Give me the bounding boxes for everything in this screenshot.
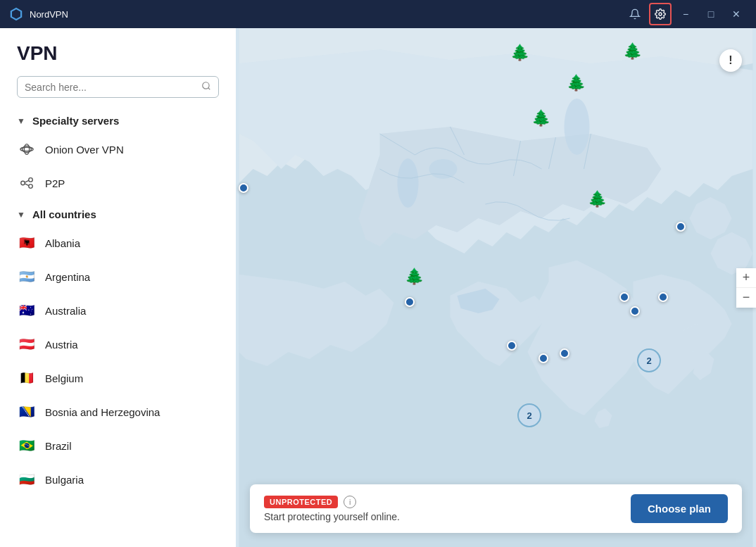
argentina-flag-icon: 🇦🇷	[17, 267, 37, 287]
bulgaria-flag-icon: 🇧🇬	[17, 470, 37, 489]
map-pin-4[interactable]	[538, 353, 548, 363]
map-pin-1[interactable]	[239, 183, 248, 193]
map-cluster-1[interactable]: 2	[637, 348, 661, 372]
brazil-label: Brazil	[45, 440, 72, 452]
svg-point-1	[203, 82, 209, 89]
list-item-albania[interactable]: 🇦🇱 Albania	[0, 226, 236, 260]
list-item-p2p[interactable]: P2P	[0, 166, 236, 200]
titlebar: NordVPN − □ ✕	[0, 0, 756, 28]
zoom-out-button[interactable]: −	[736, 288, 756, 308]
p2p-label: P2P	[45, 177, 65, 189]
zoom-in-button[interactable]: +	[736, 268, 756, 288]
sidebar-title: VPN	[17, 42, 219, 65]
map-pin-8[interactable]	[658, 292, 668, 302]
map-svg	[236, 28, 756, 547]
svg-line-10	[25, 184, 29, 186]
all-countries-label: All countries	[32, 208, 96, 220]
albania-label: Albania	[45, 237, 80, 249]
tree-6-icon: 🌲	[405, 268, 424, 286]
titlebar-left: NordVPN	[8, 6, 68, 22]
svg-line-9	[25, 180, 29, 182]
status-text: Start protecting yourself online.	[264, 511, 400, 522]
status-info-icon[interactable]: i	[344, 496, 356, 508]
bosnia-label: Bosnia and Herzegovina	[45, 406, 160, 418]
map-cluster-2[interactable]: 2	[517, 403, 541, 427]
search-icon	[201, 81, 211, 93]
map-pin-9[interactable]	[676, 222, 686, 232]
belgium-flag-icon: 🇧🇪	[17, 368, 37, 388]
svg-point-8	[29, 184, 33, 189]
nordvpn-logo-icon	[8, 6, 24, 22]
map-pin-7[interactable]	[630, 306, 640, 316]
tree-4-icon: 🌲	[531, 109, 550, 127]
list-item-belgium[interactable]: 🇧🇪 Belgium	[0, 361, 236, 395]
countries-chevron-icon: ▼	[17, 210, 25, 220]
notification-button[interactable]	[624, 3, 646, 25]
status-left: UNPROTECTED i Start protecting yourself …	[264, 496, 400, 522]
main-layout: VPN ▼ Specialty servers	[0, 28, 756, 547]
specialty-servers-label: Specialty servers	[32, 115, 119, 127]
sidebar-list: ▼ Specialty servers Onion Over VPN	[0, 106, 236, 547]
list-item-bosnia[interactable]: 🇧🇦 Bosnia and Herzegovina	[0, 395, 236, 429]
svg-point-7	[29, 178, 33, 182]
onion-icon	[17, 139, 37, 159]
settings-button[interactable]	[649, 3, 672, 25]
specialty-servers-section[interactable]: ▼ Specialty servers	[0, 106, 236, 132]
maximize-button[interactable]: □	[700, 3, 722, 25]
list-item-argentina[interactable]: 🇦🇷 Argentina	[0, 260, 236, 294]
minimize-button[interactable]: −	[674, 3, 697, 25]
austria-label: Austria	[45, 339, 78, 351]
svg-point-12	[565, 99, 590, 155]
map-area[interactable]: 🌲 🌲 🌲 🌲 🌲 🌲 2 2 ! UNPROTECTED	[236, 28, 756, 547]
list-item-brazil[interactable]: 🇧🇷 Brazil	[0, 429, 236, 463]
info-button[interactable]: !	[719, 49, 742, 72]
list-item-austria[interactable]: 🇦🇹 Austria	[0, 327, 236, 361]
choose-plan-button[interactable]: Choose plan	[631, 494, 728, 523]
austria-flag-icon: 🇦🇹	[17, 334, 37, 354]
list-item-onion[interactable]: Onion Over VPN	[0, 132, 236, 166]
svg-point-0	[659, 13, 662, 15]
tree-5-icon: 🌲	[588, 190, 607, 208]
svg-line-2	[208, 88, 210, 90]
status-bar: UNPROTECTED i Start protecting yourself …	[250, 484, 742, 533]
tree-3-icon: 🌲	[567, 74, 586, 92]
zoom-controls: + −	[736, 268, 756, 308]
p2p-icon	[17, 173, 37, 193]
argentina-label: Argentina	[45, 271, 90, 283]
list-item-australia[interactable]: 🇦🇺 Australia	[0, 294, 236, 327]
svg-point-14	[398, 158, 419, 208]
search-input[interactable]	[25, 82, 201, 93]
sidebar: VPN ▼ Specialty servers	[0, 28, 236, 547]
svg-point-13	[429, 159, 458, 179]
specialty-chevron-icon: ▼	[17, 116, 25, 126]
all-countries-section[interactable]: ▼ All countries	[0, 200, 236, 226]
albania-flag-icon: 🇦🇱	[17, 233, 37, 253]
onion-label: Onion Over VPN	[45, 144, 124, 156]
svg-point-6	[21, 181, 25, 185]
status-top: UNPROTECTED i	[264, 496, 400, 508]
map-pin-2[interactable]	[405, 297, 415, 307]
australia-label: Australia	[45, 305, 86, 317]
map-pin-3[interactable]	[507, 341, 517, 351]
titlebar-controls: − □ ✕	[624, 3, 748, 25]
list-item-bulgaria[interactable]: 🇧🇬 Bulgaria	[0, 463, 236, 496]
brazil-flag-icon: 🇧🇷	[17, 436, 37, 455]
tree-2-icon: 🌲	[623, 42, 642, 61]
map-pin-5[interactable]	[560, 348, 569, 358]
belgium-label: Belgium	[45, 372, 83, 384]
sidebar-header: VPN	[0, 28, 236, 106]
app-title: NordVPN	[30, 9, 68, 20]
close-button[interactable]: ✕	[725, 3, 748, 25]
bulgaria-label: Bulgaria	[45, 474, 84, 486]
unprotected-badge: UNPROTECTED	[264, 496, 338, 508]
search-box[interactable]	[17, 76, 219, 98]
australia-flag-icon: 🇦🇺	[17, 301, 37, 320]
tree-1-icon: 🌲	[510, 44, 529, 62]
map-pin-6[interactable]	[619, 292, 629, 302]
bosnia-flag-icon: 🇧🇦	[17, 402, 37, 422]
